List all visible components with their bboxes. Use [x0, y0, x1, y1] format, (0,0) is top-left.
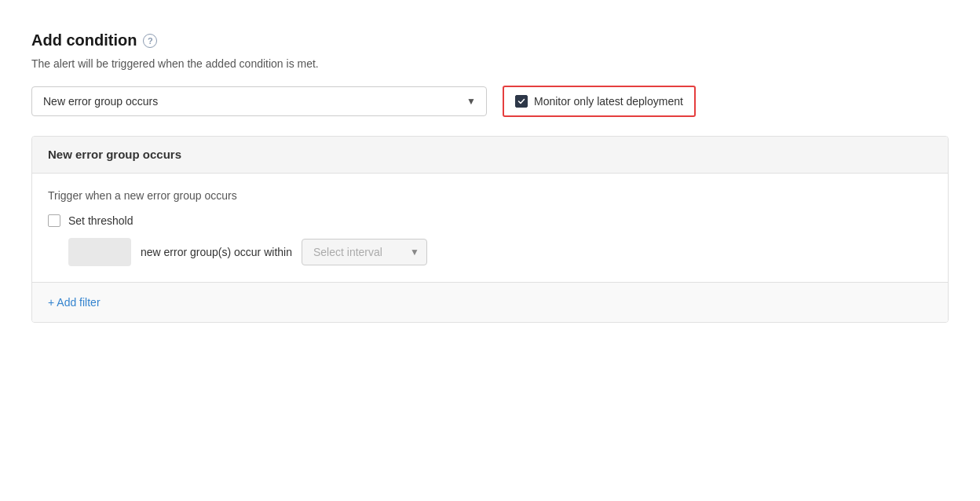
set-threshold-label: Set threshold — [68, 214, 133, 227]
select-interval[interactable]: Select interval — [302, 239, 427, 265]
set-threshold-checkbox[interactable] — [48, 214, 60, 227]
threshold-number-input[interactable] — [68, 238, 131, 266]
trigger-description: Trigger when a new error group occurs — [48, 189, 932, 202]
monitor-latest-deployment-label: Monitor only latest deployment — [534, 95, 683, 108]
threshold-input-area: new error group(s) occur within Select i… — [68, 238, 932, 266]
monitor-latest-deployment-checkbox[interactable] — [515, 95, 528, 108]
section-title-row: Add condition ? — [31, 31, 949, 49]
threshold-text: new error group(s) occur within — [141, 246, 292, 258]
top-controls-row: New error group occurs ▼ Monitor only la… — [31, 86, 949, 117]
section-description: The alert will be triggered when the add… — [31, 57, 949, 70]
condition-card: New error group occurs Trigger when a ne… — [31, 136, 949, 323]
monitor-latest-deployment-wrapper[interactable]: Monitor only latest deployment — [503, 86, 696, 117]
page-container: Add condition ? The alert will be trigge… — [31, 31, 949, 323]
add-filter-section: + Add filter — [32, 283, 948, 322]
condition-select[interactable]: New error group occurs — [31, 86, 487, 116]
condition-card-body: Trigger when a new error group occurs Se… — [32, 174, 948, 283]
condition-select-wrapper: New error group occurs ▼ — [31, 86, 487, 116]
page-title: Add condition — [31, 31, 137, 49]
condition-card-header-title: New error group occurs — [48, 148, 181, 161]
condition-card-header: New error group occurs — [32, 137, 948, 174]
add-filter-link[interactable]: + Add filter — [48, 296, 101, 309]
help-icon[interactable]: ? — [143, 34, 157, 48]
checkmark-icon — [517, 97, 525, 105]
threshold-row: Set threshold — [48, 214, 932, 227]
select-interval-wrapper: Select interval ▼ — [302, 239, 427, 265]
